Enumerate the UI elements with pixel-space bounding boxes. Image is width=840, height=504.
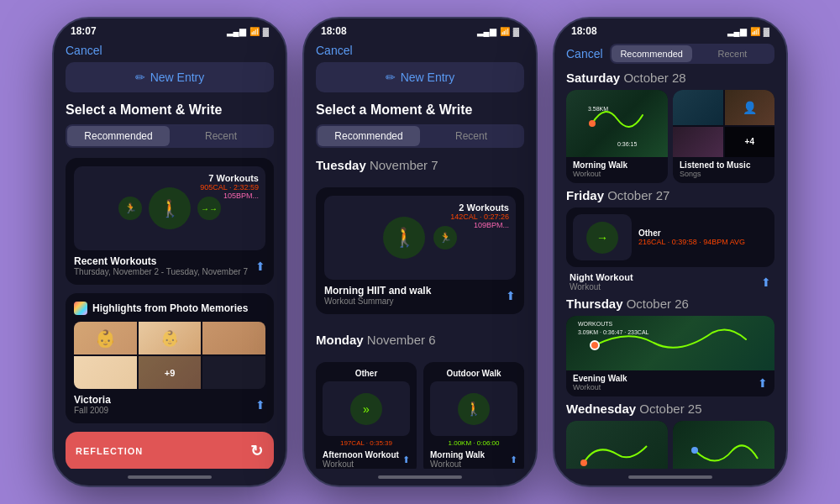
phone-3: 18:08 ▂▄▆ 📶 ▓ Cancel Recommended Recent … bbox=[553, 17, 788, 487]
segmented-control-3: Recommended Recent bbox=[610, 44, 774, 64]
wifi-icon: 📶 bbox=[249, 27, 260, 36]
monday-visual-2: 🚶 bbox=[430, 381, 517, 436]
photos-grid: 👶 👶 +9 bbox=[74, 322, 265, 389]
edit-icon-1: ✏ bbox=[135, 71, 145, 84]
tab-recent-3[interactable]: Recent bbox=[692, 45, 773, 62]
phone3-top-bar: Cancel Recommended Recent bbox=[566, 40, 774, 71]
time-1: 18:07 bbox=[71, 25, 97, 37]
monday-card-1[interactable]: Other » 197CAL · 0:35:39 Afternoon Worko… bbox=[316, 362, 417, 469]
wednesday-card-2[interactable]: Outdoor Walk bbox=[673, 421, 774, 469]
tab-recent-2[interactable]: Recent bbox=[420, 126, 522, 146]
tuesday-workout-card[interactable]: 🚶 🏃 2 Workouts 142CAL · 0:27:26 109BPM..… bbox=[316, 187, 524, 314]
photo-5: +9 bbox=[139, 356, 202, 389]
tuesday-walk-icon: 🚶 bbox=[383, 217, 425, 259]
wednesday-map-1 bbox=[566, 421, 668, 469]
thursday-footer: Evening Walk Workout ⬆ bbox=[573, 374, 768, 391]
date-tuesday: Tuesday November 7 bbox=[316, 158, 524, 172]
monday-card-2[interactable]: Outdoor Walk 🚶 1.00KM · 0:06:00 Morning … bbox=[423, 362, 524, 469]
thursday-card-info: Evening Walk Workout ⬆ bbox=[566, 370, 774, 396]
signal-icon-2: ▂▄▆ bbox=[477, 27, 496, 36]
share-monday-2[interactable]: ⬆ bbox=[510, 454, 517, 465]
scroll-area-3: Saturday October 28 3.58KM 0 bbox=[566, 71, 774, 469]
time-2: 18:08 bbox=[321, 25, 347, 37]
svg-text:WORKOUTS: WORKOUTS bbox=[578, 321, 613, 327]
saturday-map-visual: 3.58KM 0:36:15 bbox=[566, 90, 668, 157]
section-title-1: Select a Moment & Write bbox=[66, 102, 274, 118]
svg-text:3.58KM: 3.58KM bbox=[588, 106, 608, 112]
tuesday-stats: 2 Workouts 142CAL · 0:27:26 109BPM... bbox=[450, 202, 509, 229]
status-bar-1: 18:07 ▂▄▆ 📶 ▓ bbox=[54, 18, 286, 40]
status-icons-3: ▂▄▆ 📶 ▓ bbox=[727, 27, 769, 36]
date-friday: Friday October 27 bbox=[566, 188, 774, 202]
saturday-card-2[interactable]: 👤 +4 Listened to Music Songs bbox=[673, 90, 774, 183]
friday-arrow-icon: → bbox=[586, 222, 618, 254]
svg-text:3.09KM · 0:36:47 · 233CAL: 3.09KM · 0:36:47 · 233CAL bbox=[578, 329, 649, 335]
signal-icon-3: ▂▄▆ bbox=[727, 27, 747, 36]
tuesday-cal: 142CAL · 0:27:26 bbox=[450, 213, 509, 221]
phone1-content: Cancel ✏ New Entry Select a Moment & Wri… bbox=[54, 40, 286, 469]
cancel-button-1[interactable]: Cancel bbox=[66, 40, 274, 62]
photo-6 bbox=[202, 356, 265, 389]
svg-point-6 bbox=[580, 459, 587, 466]
share-icon-tuesday[interactable]: ⬆ bbox=[506, 289, 516, 302]
share-friday[interactable]: ⬆ bbox=[761, 276, 771, 289]
svg-point-7 bbox=[691, 447, 698, 454]
phone-2: 18:08 ▂▄▆ 📶 ▓ Cancel ✏ New Entry Select … bbox=[302, 17, 538, 487]
friday-visual: → bbox=[573, 214, 632, 260]
workout-icon-small-1: 🏃 bbox=[118, 197, 142, 220]
tuesday-bpm: 109BPM... bbox=[450, 221, 509, 229]
workout-card-1[interactable]: 🏃 🚶 →→ 7 Workouts 905CAL · 2:32:59 105BP… bbox=[66, 158, 274, 285]
share-icon-victoria[interactable]: ⬆ bbox=[255, 398, 265, 412]
monday-walk-icon: 🚶 bbox=[458, 393, 490, 425]
share-monday-1[interactable]: ⬆ bbox=[402, 454, 410, 465]
share-icon-1[interactable]: ⬆ bbox=[255, 260, 265, 273]
svg-point-3 bbox=[591, 341, 599, 349]
status-icons-1: ▂▄▆ 📶 ▓ bbox=[227, 27, 269, 36]
tuesday-run-icon: 🏃 bbox=[433, 226, 457, 249]
monday-card-2-footer: Morning Walk Workout ⬆ bbox=[430, 450, 517, 469]
date-saturday: Saturday October 28 bbox=[566, 71, 774, 85]
tab-recommended-3[interactable]: Recommended bbox=[612, 45, 692, 62]
share-thursday[interactable]: ⬆ bbox=[758, 376, 768, 390]
tab-recommended-1[interactable]: Recommended bbox=[67, 126, 170, 146]
wednesday-card-1[interactable]: Outdoor Walk bbox=[566, 421, 668, 469]
signal-icon: ▂▄▆ bbox=[227, 27, 246, 36]
monday-card-1-footer: Afternoon Workout Workout ⬆ bbox=[323, 450, 410, 469]
new-entry-button-2[interactable]: ✏ New Entry bbox=[316, 62, 524, 92]
saturday-card-1[interactable]: 3.58KM 0:36:15 Morning Walk Workout bbox=[566, 90, 668, 183]
workout-cal-1: 905CAL · 2:32:59 bbox=[200, 183, 259, 192]
tab-recommended-2[interactable]: Recommended bbox=[318, 126, 420, 146]
date-thursday: Thursday October 26 bbox=[566, 297, 774, 311]
workout-stats-1: 7 Workouts 905CAL · 2:32:59 105BPM... bbox=[200, 173, 259, 200]
svg-text:0:36:15: 0:36:15 bbox=[617, 141, 637, 147]
friday-card[interactable]: → Other 216CAL · 0:39:58 · 94BPM AVG bbox=[566, 207, 774, 267]
workout-icon-large-1: 🚶 bbox=[149, 187, 191, 229]
victoria-footer: Victoria Fall 2009 ⬆ bbox=[74, 394, 265, 415]
reflection-card[interactable]: REFLECTION ↻ bbox=[66, 432, 274, 469]
memories-header: Highlights from Photo Memories bbox=[74, 302, 265, 315]
edit-icon-2: ✏ bbox=[386, 71, 396, 84]
monday-visual-1: » bbox=[323, 381, 410, 436]
segmented-control-1: Recommended Recent bbox=[66, 124, 274, 148]
phone2-content: Cancel ✏ New Entry Select a Moment & Wri… bbox=[304, 40, 536, 469]
new-entry-button-1[interactable]: ✏ New Entry bbox=[66, 62, 274, 92]
wednesday-map-2 bbox=[673, 421, 774, 469]
friday-footer: Night Workout Workout ⬆ bbox=[566, 272, 774, 297]
cancel-button-2[interactable]: Cancel bbox=[316, 40, 524, 62]
saturday-music-visual: 👤 +4 bbox=[673, 90, 774, 157]
workout-card-footer-1: Recent Workouts Thursday, November 2 - T… bbox=[74, 255, 265, 276]
workout-title-1: Recent Workouts bbox=[74, 255, 248, 267]
cancel-button-3[interactable]: Cancel bbox=[566, 47, 603, 60]
workout-bpm-1: 105BPM... bbox=[200, 192, 259, 200]
workout-icon-arrow-1: →→ bbox=[197, 197, 221, 220]
monday-stats-1: 197CAL · 0:35:39 bbox=[323, 439, 410, 447]
music-cell-3 bbox=[673, 127, 723, 158]
victoria-subtitle: Fall 2009 bbox=[74, 406, 111, 415]
friday-info: Other 216CAL · 0:39:58 · 94BPM AVG bbox=[638, 228, 768, 246]
tuesday-card-footer: Morning HIIT and walk Workout Summary ⬆ bbox=[324, 285, 516, 306]
refresh-icon: ↻ bbox=[250, 442, 264, 460]
thursday-map-visual: WORKOUTS 3.09KM · 0:36:47 · 233CAL bbox=[566, 316, 774, 370]
tab-recent-1[interactable]: Recent bbox=[170, 126, 272, 146]
thursday-map-card[interactable]: WORKOUTS 3.09KM · 0:36:47 · 233CAL Eveni… bbox=[566, 316, 774, 396]
photo-memories-card[interactable]: Highlights from Photo Memories 👶 👶 +9 bbox=[66, 293, 274, 423]
